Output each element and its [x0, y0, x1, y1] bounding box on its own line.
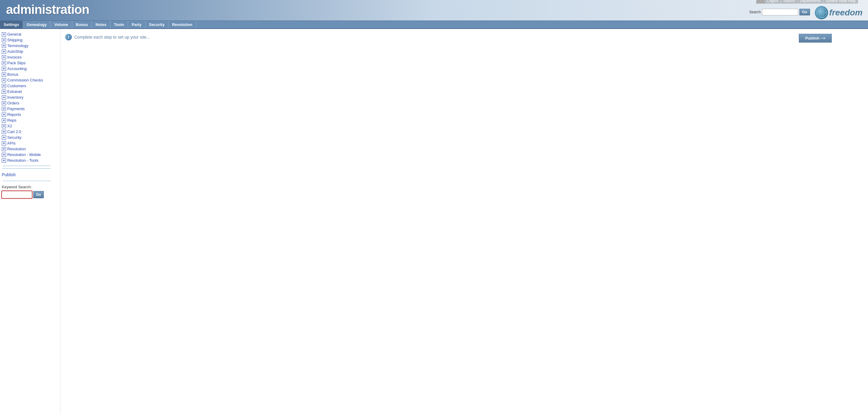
header: administration Logout Search Departments… — [0, 0, 868, 21]
top-links: Logout Search Departments System Wide He… — [765, 0, 858, 4]
sidebar-item-x2[interactable]: +X2 — [1, 123, 59, 129]
sidebar-item-revolution---tools[interactable]: +Revolution - Tools — [1, 158, 59, 163]
sidebar-item-label: Revolution - Mobile — [7, 152, 41, 157]
sidebar-item-general[interactable]: +General — [1, 31, 59, 37]
sidebar-item-label: Revolution - Tools — [7, 158, 38, 163]
plus-icon: + — [2, 55, 6, 60]
sidebar-item-shipping[interactable]: +Shipping — [1, 37, 59, 43]
nav-tab-party[interactable]: Party — [128, 21, 146, 28]
info-row: i Complete each step to set up your site… — [65, 34, 863, 40]
nav-tab-notes[interactable]: Notes — [92, 21, 110, 28]
sidebar: +General+Shipping+Terminology+AutoShip+I… — [0, 29, 60, 414]
sidebar-divider-3 — [2, 181, 51, 181]
sidebar-item-inventory[interactable]: +Inventory — [1, 95, 59, 100]
freedom-logo-text: freedom — [829, 8, 863, 18]
sidebar-item-label: Pack Slips — [7, 61, 26, 65]
plus-icon: + — [2, 78, 6, 82]
nav-tab-settings[interactable]: Settings — [0, 21, 23, 28]
content-area: i Complete each step to set up your site… — [60, 29, 868, 414]
sidebar-item-payments[interactable]: +Payments — [1, 106, 59, 112]
search-input[interactable] — [762, 9, 798, 15]
sidebar-item-commission-checks[interactable]: +Commission Checks — [1, 77, 59, 83]
sidebar-item-label: Payments — [7, 106, 25, 111]
sidebar-item-label: Terminology — [7, 43, 28, 48]
system-wide-help-link[interactable]: System Wide Help — [823, 0, 858, 4]
sidebar-item-autoship[interactable]: +AutoShip — [1, 48, 59, 54]
sidebar-item-label: Invoices — [7, 55, 22, 60]
departments-link[interactable]: Departments — [797, 0, 823, 4]
header-logo-area: Logout Search Departments System Wide He… — [749, 0, 868, 21]
plus-icon: + — [2, 38, 6, 42]
sidebar-item-label: Orders — [7, 101, 19, 105]
plus-icon: + — [2, 90, 6, 94]
keyword-search-label: Keyword Search: — [1, 183, 59, 191]
sidebar-item-label: Reports — [7, 112, 21, 117]
plus-icon: + — [2, 130, 6, 134]
sidebar-item-reps[interactable]: +Reps — [1, 117, 59, 123]
sidebar-item-label: Customers — [7, 83, 26, 88]
sidebar-item-label: General — [7, 32, 21, 36]
nav-tab-security[interactable]: Security — [146, 21, 168, 28]
sidebar-divider-2 — [2, 168, 51, 169]
sidebar-item-cart-2-0[interactable]: +Cart 2.0 — [1, 129, 59, 135]
sidebar-item-extranet[interactable]: +Extranet — [1, 89, 59, 95]
sidebar-item-label: Extranet — [7, 89, 22, 94]
freedom-logo: freedom — [812, 5, 865, 21]
sidebar-item-revolution---mobile[interactable]: +Revolution - Mobile — [1, 152, 59, 158]
plus-icon: + — [2, 118, 6, 123]
sidebar-item-label: AutoShip — [7, 49, 23, 54]
plus-icon: + — [2, 72, 6, 77]
publish-button[interactable]: Publish --> — [799, 34, 832, 42]
nav-tab-tools[interactable]: Tools — [110, 21, 128, 28]
sidebar-item-label: X2 — [7, 124, 12, 128]
plus-icon: + — [2, 84, 6, 88]
sidebar-item-label: Commission Checks — [7, 78, 43, 82]
sidebar-item-label: Bonus — [7, 72, 19, 77]
sidebar-divider-1 — [2, 166, 51, 166]
publish-link[interactable]: Publish — [1, 171, 59, 178]
sidebar-item-bonus[interactable]: +Bonus — [1, 71, 59, 77]
plus-icon: + — [2, 153, 6, 157]
keyword-search-input[interactable] — [2, 191, 32, 198]
sidebar-item-apis[interactable]: +APIs — [1, 140, 59, 146]
search-go-button[interactable]: Go — [800, 9, 810, 15]
sidebar-item-label: Cart 2.0 — [7, 130, 21, 134]
sidebar-item-accounting[interactable]: +Accounting — [1, 66, 59, 71]
logout-link[interactable]: Logout — [765, 0, 781, 4]
nav-tab-bonus[interactable]: Bonus — [72, 21, 92, 28]
sidebar-item-label: Accounting — [7, 66, 27, 71]
nav-tab-revolution[interactable]: Revolution — [168, 21, 196, 28]
plus-icon: + — [2, 136, 6, 140]
search-label: Search — [749, 10, 761, 14]
plus-icon: + — [2, 61, 6, 65]
sidebar-item-security[interactable]: +Security — [1, 135, 59, 140]
info-text: Complete each step to set up your site..… — [74, 35, 150, 39]
search-link[interactable]: Search — [781, 0, 797, 4]
keyword-search-row: Go — [1, 191, 59, 199]
sidebar-item-orders[interactable]: +Orders — [1, 100, 59, 106]
sidebar-item-customers[interactable]: +Customers — [1, 83, 59, 89]
nav-tab-genealogy[interactable]: Genealogy — [23, 21, 51, 28]
nav-tab-volume[interactable]: Volume — [51, 21, 72, 28]
sidebar-item-label: Security — [7, 135, 22, 140]
sidebar-item-invoices[interactable]: +Invoices — [1, 54, 59, 60]
navbar: SettingsGenealogyVolumeBonusNotesToolsPa… — [0, 21, 868, 29]
plus-icon: + — [2, 141, 6, 145]
sidebar-item-label: APIs — [7, 141, 16, 145]
header-bottom-row: Search Go freedom — [749, 5, 865, 21]
plus-icon: + — [2, 32, 6, 36]
sidebar-item-label: Revolution — [7, 147, 26, 151]
plus-icon: + — [2, 67, 6, 71]
search-bar: Search Go — [749, 9, 810, 15]
plus-icon: + — [2, 95, 6, 100]
keyword-go-button[interactable]: Go — [33, 191, 44, 198]
plus-icon: + — [2, 147, 6, 151]
sidebar-item-reports[interactable]: +Reports — [1, 112, 59, 117]
sidebar-item-revolution[interactable]: +Revolution — [1, 146, 59, 152]
sidebar-item-terminology[interactable]: +Terminology — [1, 43, 59, 48]
sidebar-item-pack-slips[interactable]: +Pack Slips — [1, 60, 59, 66]
sidebar-item-label: Inventory — [7, 95, 23, 100]
info-icon: i — [65, 34, 72, 40]
sidebar-item-label: Shipping — [7, 38, 23, 42]
plus-icon: + — [2, 112, 6, 117]
